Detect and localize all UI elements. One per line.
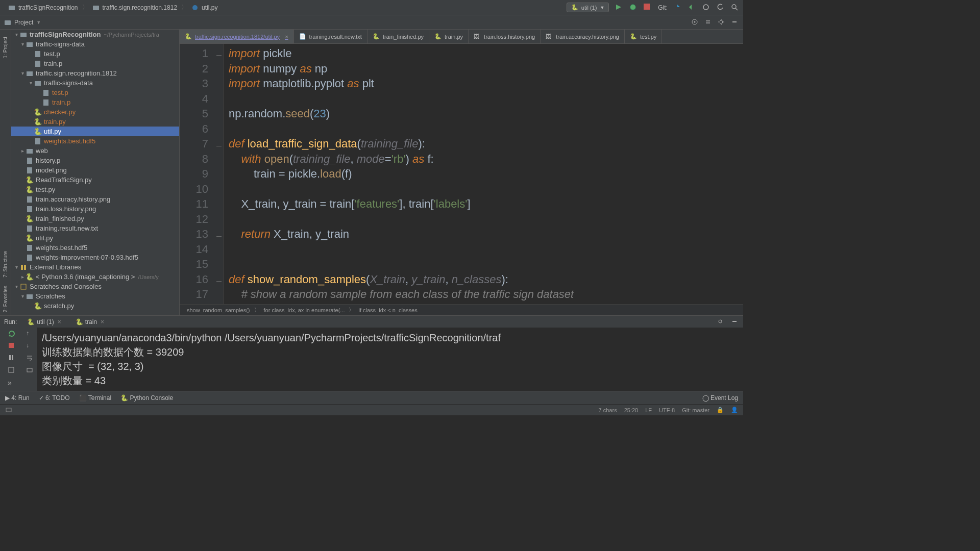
minimize-icon[interactable] [731,318,739,326]
editor-tab[interactable]: 📄training.result.new.txt [294,30,368,43]
code-editor[interactable]: 123456789101112131415161718 — — — — impo… [180,44,743,304]
console-line: 类别数量 = 43 [42,375,106,386]
editor-tab[interactable]: 🐍test.py [625,30,662,43]
tree-item[interactable]: ▾traffic-signs-data [11,39,179,49]
fold-icon[interactable]: — [216,138,222,154]
tree-item[interactable]: test.p [11,88,179,97]
breadcrumb-file[interactable]: util.py [187,3,222,12]
tree-item[interactable]: history.p [11,156,179,165]
revert-icon[interactable] [717,4,725,12]
tree-item[interactable]: training.result.new.txt [11,223,179,233]
tree-python-env[interactable]: ▸ 🐍 < Python 3.6 (image_captioning > /Us… [11,272,179,282]
run-tab-train[interactable]: 🐍 train × [71,317,108,327]
tool-window-project[interactable]: 1: Project [3,34,8,61]
editor-tab[interactable]: 🖼train.accuracy.history.png [541,30,625,43]
tree-item[interactable]: 🐍util.py [11,127,179,136]
commit-icon[interactable] [688,4,696,12]
message-icon[interactable] [5,407,12,414]
layout-icon[interactable] [8,366,17,375]
tree-item[interactable]: train.accuracy.history.png [11,194,179,204]
tool-tab-todo[interactable]: ✓ 6: TODO [39,394,70,402]
update-icon[interactable] [674,4,682,12]
rerun-icon[interactable] [8,330,17,339]
stop-icon[interactable] [644,4,652,12]
project-view-selector[interactable]: Project ▼ [4,19,41,26]
status-inspector-icon[interactable]: 👤 [731,407,738,413]
tree-item[interactable]: 🐍train.py [11,117,179,127]
stop-icon[interactable] [8,342,17,351]
tool-tab-python-console[interactable]: 🐍 Python Console [120,394,173,402]
tree-scratch-file[interactable]: 🐍 scratch.py [11,301,179,311]
more-icon[interactable]: » [8,379,17,388]
tree-item[interactable]: 🐍util.py [11,233,179,243]
fold-icon[interactable]: — [216,273,222,289]
fold-icon[interactable]: — [216,229,222,244]
collapse-icon[interactable] [704,18,713,27]
run-icon[interactable] [615,4,623,12]
editor-tab[interactable]: 🐍traffic.sign.recognition.1812/util.py× [180,30,294,43]
wrap-icon[interactable] [26,354,35,363]
crumb-function[interactable]: show_random_samples() [187,307,250,313]
breadcrumb-project[interactable]: trafficSignRecognition [4,3,82,12]
editor-tab[interactable]: 🐍train.py [429,30,469,43]
event-log-button[interactable]: ◯ Event Log [702,394,738,402]
tree-item[interactable]: ▾traffic.sign.recognition.1812 [11,68,179,78]
crumb-if[interactable]: if class_idx < n_classes [358,307,417,313]
tool-tab-terminal[interactable]: ⬛ Terminal [79,394,111,402]
gear-icon[interactable] [717,318,725,326]
print-icon[interactable] [26,366,35,375]
status-lock-icon[interactable]: 🔒 [717,407,724,413]
gear-icon[interactable] [718,18,726,27]
project-tree[interactable]: ▾ trafficSignRecognition ~/PycharmProjec… [11,30,180,315]
editor-tab[interactable]: 🖼train.loss.history.png [469,30,541,43]
tree-item[interactable]: 🐍checker.py [11,107,179,117]
close-icon[interactable]: × [58,318,61,325]
run-config-selector[interactable]: 🐍 util (1) ▼ [567,3,609,12]
tree-item[interactable]: ▾traffic-signs-data [11,78,179,88]
locate-icon[interactable] [691,18,699,27]
tool-window-structure[interactable]: 7: Structure [3,248,8,281]
library-icon [19,264,28,271]
editor-tab[interactable]: 🐍train_finished.py [368,30,429,43]
tree-item[interactable]: train.p [11,97,179,107]
tree-item-label: history.p [36,157,60,164]
breadcrumb-folder[interactable]: traffic.sign.recognition.1812 [88,3,182,12]
status-git-branch[interactable]: Git: master [682,407,709,413]
tree-item[interactable]: 🐍test.py [11,185,179,194]
tree-item[interactable]: weights-improvement-07-0.93.hdf5 [11,253,179,262]
close-icon[interactable]: × [285,34,288,40]
svg-rect-26 [27,196,32,203]
history-icon[interactable] [702,4,710,12]
debug-icon[interactable] [629,4,638,12]
console-output[interactable]: /Users/yuanyuan/anaconda3/bin/python /Us… [37,328,743,391]
run-tab-util[interactable]: 🐍 util (1) × [23,317,65,327]
tree-root[interactable]: ▾ trafficSignRecognition ~/PycharmProjec… [11,30,179,39]
tree-item[interactable]: train.p [11,59,179,68]
status-encoding[interactable]: UTF-8 [659,407,675,413]
pause-icon[interactable] [8,354,17,363]
minimize-icon[interactable] [731,18,739,27]
tree-item[interactable]: 🐍ReadTrafficSign.py [11,175,179,185]
tool-tab-run[interactable]: ▶ 4: Run [5,394,30,402]
close-icon[interactable]: × [101,318,104,325]
crumb-for[interactable]: for class_idx, ax in enumerate(... [264,307,345,313]
tree-item[interactable]: ▸web [11,146,179,156]
tree-ext-libs[interactable]: ▾ External Libraries [11,262,179,272]
up-icon[interactable]: ↑ [26,330,35,339]
tree-item[interactable]: test.p [11,49,179,59]
tree-item[interactable]: weights.best.hdf5 [11,243,179,253]
tree-item[interactable]: model.png [11,165,179,175]
fold-icon[interactable]: — [216,47,222,63]
search-icon[interactable] [731,4,739,12]
tree-item[interactable]: train.loss.history.png [11,204,179,214]
tree-item[interactable]: 🐍train_finished.py [11,214,179,223]
tree-scratches[interactable]: ▾ Scratches and Consoles [11,282,179,291]
svg-point-4 [630,5,635,10]
status-position[interactable]: 25:20 [624,407,639,413]
code-content[interactable]: import pickle import numpy as np import … [224,44,743,304]
tree-scratches-folder[interactable]: ▾ Scratches [11,291,179,301]
tree-item[interactable]: weights.best.hdf5 [11,136,179,146]
down-icon[interactable]: ↓ [26,342,35,351]
status-line-sep[interactable]: LF [645,407,652,413]
tool-window-favorites[interactable]: 2: Favorites [3,283,8,315]
